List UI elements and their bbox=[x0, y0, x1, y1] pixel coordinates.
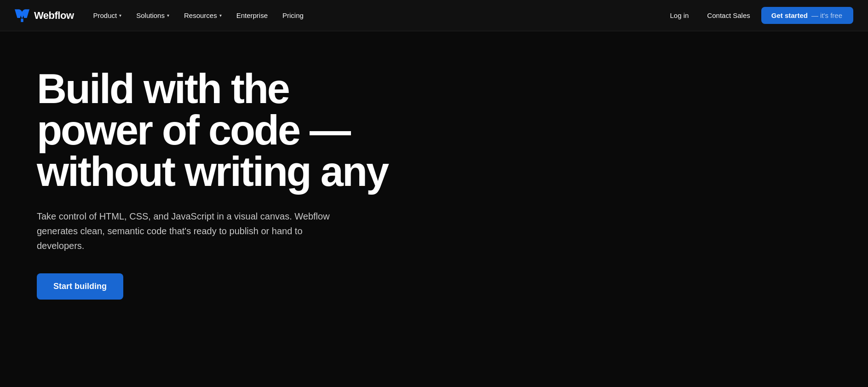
nav-links: Product ▾ Solutions ▾ Resources ▾ Enterp… bbox=[87, 8, 663, 23]
nav-actions: Log in Contact Sales Get started — it's … bbox=[662, 7, 853, 24]
main-nav: Webflow Product ▾ Solutions ▾ Resources … bbox=[0, 0, 868, 31]
brand-name: Webflow bbox=[34, 10, 74, 22]
hero-section: Build with the power of code — without w… bbox=[0, 31, 442, 327]
start-building-button[interactable]: Start building bbox=[37, 273, 123, 300]
nav-solutions[interactable]: Solutions ▾ bbox=[130, 8, 176, 23]
chevron-down-icon: ▾ bbox=[167, 13, 169, 18]
hero-subtext: Take control of HTML, CSS, and JavaScrip… bbox=[37, 209, 350, 253]
webflow-logo-icon bbox=[15, 9, 29, 22]
chevron-down-icon: ▾ bbox=[119, 13, 121, 18]
chevron-down-icon: ▾ bbox=[219, 13, 222, 18]
nav-resources[interactable]: Resources ▾ bbox=[178, 8, 228, 23]
contact-sales-link[interactable]: Contact Sales bbox=[700, 8, 757, 23]
nav-pricing[interactable]: Pricing bbox=[276, 8, 310, 23]
logo[interactable]: Webflow bbox=[15, 9, 74, 22]
nav-product[interactable]: Product ▾ bbox=[87, 8, 128, 23]
hero-headline: Build with the power of code — without w… bbox=[37, 68, 405, 192]
get-started-button[interactable]: Get started — it's free bbox=[761, 7, 853, 24]
login-link[interactable]: Log in bbox=[662, 8, 696, 23]
nav-enterprise[interactable]: Enterprise bbox=[230, 8, 274, 23]
